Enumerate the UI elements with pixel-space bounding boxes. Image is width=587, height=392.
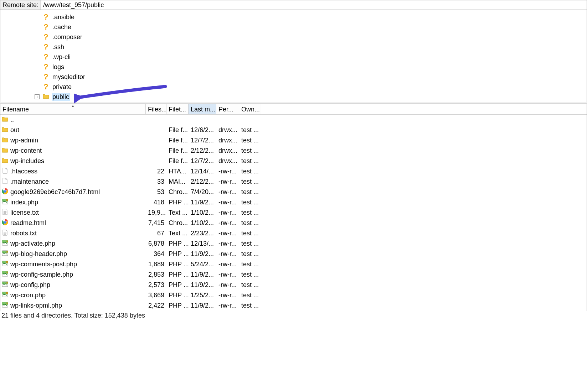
php-file-icon xyxy=(2,261,8,268)
tree-item-logs[interactable]: ?logs xyxy=(0,62,587,72)
file-owner: test ... xyxy=(239,292,261,299)
file-row[interactable]: index.php418PHP ...11/9/2...-rw-r...test… xyxy=(0,197,587,208)
unknown-folder-icon: ? xyxy=(43,52,48,62)
tree-item-label: .ssh xyxy=(52,43,65,51)
file-name: robots.txt xyxy=(10,230,37,237)
file-modified: 2/12/2... xyxy=(189,178,216,185)
file-row[interactable]: wp-adminFile f...12/7/2...drwx...test ..… xyxy=(0,135,587,146)
file-row[interactable]: wp-config.php2,573PHP ...11/9/2...-rw-r.… xyxy=(0,280,587,290)
file-modified: 1/10/2... xyxy=(189,219,216,227)
file-owner: test ... xyxy=(239,271,261,278)
file-name: wp-blog-header.php xyxy=(10,250,67,258)
column-filesize[interactable]: Files... xyxy=(146,104,166,114)
file-row[interactable]: .htaccess22HTA...12/14/...-rw-r...test .… xyxy=(0,166,587,177)
file-permissions: -rw-r... xyxy=(216,230,239,237)
file-name: wp-config.php xyxy=(10,281,50,289)
unknown-folder-icon: ? xyxy=(43,12,48,22)
folder-icon xyxy=(2,157,8,165)
file-size: 364 xyxy=(146,250,166,258)
file-row[interactable]: wp-blog-header.php364PHP ...11/9/2...-rw… xyxy=(0,249,587,259)
file-row[interactable]: wp-activate.php6,878PHP ...12/13/...-rw-… xyxy=(0,239,587,249)
tree-item-composer[interactable]: ?.composer xyxy=(0,32,587,42)
file-size: 53 xyxy=(146,188,166,196)
tree-item-ssh[interactable]: ?.ssh xyxy=(0,42,587,52)
file-permissions: drwx... xyxy=(216,137,239,144)
file-name: wp-content xyxy=(10,147,42,155)
file-permissions: -rw-r... xyxy=(216,168,239,175)
file-size: 7,415 xyxy=(146,219,166,227)
file-row[interactable]: google9269eb6c7c46b7d7.html53Chro...7/4/… xyxy=(0,187,587,197)
file-owner: test ... xyxy=(239,188,261,196)
column-filename[interactable]: Filename ▴ xyxy=(0,104,146,114)
file-row[interactable]: wp-comments-post.php1,889PHP ...5/24/2..… xyxy=(0,259,587,270)
file-row[interactable]: wp-links-opml.php2,422PHP ...11/9/2...-r… xyxy=(0,300,587,311)
file-permissions: -rw-r... xyxy=(216,281,239,289)
folder-icon xyxy=(2,126,8,134)
file-owner: test ... xyxy=(239,168,261,175)
file-row[interactable]: wp-contentFile f...2/12/2...drwx...test … xyxy=(0,146,587,156)
file-modified: 12/6/2... xyxy=(189,126,216,134)
file-row[interactable]: readme.html7,415Chro...1/10/2...-rw-r...… xyxy=(0,218,587,228)
file-permissions: -rw-r... xyxy=(216,219,239,227)
column-permissions[interactable]: Per... xyxy=(216,104,239,114)
file-type: HTA... xyxy=(166,168,189,175)
file-row[interactable]: .. xyxy=(0,115,587,125)
file-modified: 11/9/2... xyxy=(189,302,216,309)
file-permissions: -rw-r... xyxy=(216,271,239,278)
file-permissions: -rw-r... xyxy=(216,209,239,216)
remote-path-input[interactable] xyxy=(41,0,587,10)
column-owner[interactable]: Own... xyxy=(239,104,261,114)
chrome-icon xyxy=(2,219,8,227)
file-type: File f... xyxy=(166,126,189,134)
file-size: 33 xyxy=(146,178,166,185)
file-row[interactable]: outFile f...12/6/2...drwx...test ... xyxy=(0,125,587,135)
tree-item-ansible[interactable]: ?.ansible xyxy=(0,12,587,22)
php-file-icon xyxy=(2,281,8,289)
file-type: Text ... xyxy=(166,209,189,216)
file-row[interactable]: wp-cron.php3,669PHP ...1/25/2...-rw-r...… xyxy=(0,290,587,300)
file-owner: test ... xyxy=(239,261,261,268)
tree-item-private[interactable]: ?private xyxy=(0,82,587,92)
file-owner: test ... xyxy=(239,230,261,237)
column-filetype[interactable]: Filet... xyxy=(166,104,189,114)
file-size: 22 xyxy=(146,168,166,175)
unknown-folder-icon: ? xyxy=(43,22,48,32)
tree-item-cache[interactable]: ?.cache xyxy=(0,22,587,32)
file-type: File f... xyxy=(166,147,189,155)
tree-item-label: .composer xyxy=(52,33,83,41)
file-permissions: -rw-r... xyxy=(216,250,239,258)
column-last-modified[interactable]: Last m... xyxy=(189,104,216,114)
file-icon xyxy=(2,178,8,185)
file-size: 418 xyxy=(146,199,166,206)
file-size: 67 xyxy=(146,230,166,237)
tree-item-public[interactable]: +public xyxy=(0,92,587,102)
file-name: readme.html xyxy=(10,219,46,227)
tree-item-mysqleditor[interactable]: ?mysqleditor xyxy=(0,72,587,82)
tree-item-label: mysqleditor xyxy=(52,73,86,81)
file-modified: 1/10/2... xyxy=(189,209,216,216)
file-row[interactable]: wp-config-sample.php2,853PHP ...11/9/2..… xyxy=(0,270,587,280)
file-type: PHP ... xyxy=(166,261,189,268)
file-owner: test ... xyxy=(239,178,261,185)
file-size: 2,573 xyxy=(146,281,166,289)
tree-item-label: .ansible xyxy=(52,14,75,21)
file-type: Text ... xyxy=(166,230,189,237)
file-list-header: Filename ▴ Files... Filet... Last m... P… xyxy=(0,104,587,115)
file-row[interactable]: wp-includesFile f...12/7/2...drwx...test… xyxy=(0,156,587,166)
svg-point-9 xyxy=(4,221,6,223)
directory-tree[interactable]: ?.ansible?.cache?.composer?.ssh?.wp-cli?… xyxy=(0,10,587,102)
file-size: 19,9... xyxy=(146,209,166,216)
file-type: Chro... xyxy=(166,219,189,227)
file-modified: 11/9/2... xyxy=(189,281,216,289)
file-row[interactable]: robots.txt67Text ...2/23/2...-rw-r...tes… xyxy=(0,228,587,239)
file-type: PHP ... xyxy=(166,292,189,299)
file-row[interactable]: .maintenance33MAI...2/12/2...-rw-r...tes… xyxy=(0,177,587,187)
tree-item-label: .wp-cli xyxy=(52,53,71,61)
tree-expander-icon[interactable]: + xyxy=(35,94,40,99)
php-file-icon xyxy=(2,302,8,309)
tree-item-wp-cli[interactable]: ?.wp-cli xyxy=(0,52,587,62)
file-permissions: -rw-r... xyxy=(216,302,239,309)
file-name: wp-comments-post.php xyxy=(10,261,77,268)
file-row[interactable]: license.txt19,9...Text ...1/10/2...-rw-r… xyxy=(0,208,587,218)
file-owner: test ... xyxy=(239,209,261,216)
